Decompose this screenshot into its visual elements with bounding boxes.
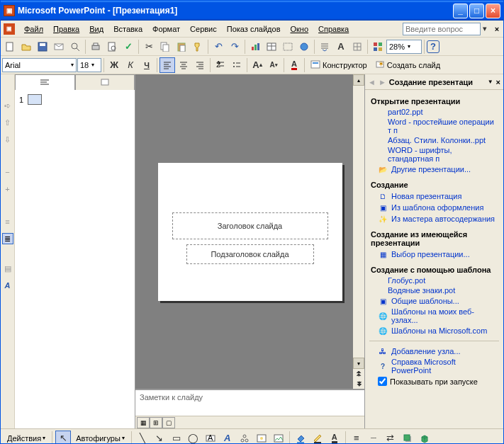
create-wizard[interactable]: ✨Из мастера автосодержания — [371, 213, 498, 224]
my-site-templates[interactable]: 🌐Шаблоны на моих веб-узлах... — [371, 307, 498, 325]
menu-insert[interactable]: Вставка — [108, 23, 147, 35]
diagram-tool[interactable] — [237, 431, 252, 445]
undo-button[interactable]: ↶ — [211, 39, 226, 55]
format-painter-button[interactable] — [190, 39, 206, 55]
open-more[interactable]: 📂Другие презентации... — [371, 164, 498, 175]
line-style-tool[interactable]: ≡ — [349, 431, 364, 445]
template-item[interactable]: Глобус.pot — [371, 275, 498, 285]
search-button[interactable] — [67, 39, 83, 55]
menu-file[interactable]: Файл — [19, 23, 48, 35]
wordart-tool[interactable]: A — [220, 431, 235, 445]
rail-arrow-down-icon[interactable]: ⇩ — [2, 134, 13, 145]
title-placeholder[interactable]: Заголовок слайда — [172, 212, 328, 239]
picture-tool[interactable] — [271, 431, 286, 445]
menu-help[interactable]: Справка — [313, 23, 354, 35]
menu-window[interactable]: Окно — [286, 23, 314, 35]
select-tool[interactable]: ↖ — [55, 431, 71, 445]
numbering-button[interactable]: 12 — [213, 57, 228, 73]
italic-button[interactable]: К — [123, 57, 138, 73]
existing-choose[interactable]: ▦Выбор презентации... — [371, 249, 498, 260]
prev-slide-button[interactable]: ⯭ — [353, 369, 364, 379]
help-dropdown-icon[interactable]: ▾ — [481, 24, 489, 33]
font-color-tool[interactable]: A — [327, 431, 342, 445]
menu-slideshow[interactable]: Показ слайдов — [222, 23, 286, 35]
print-button[interactable] — [88, 39, 103, 55]
align-right-button[interactable] — [192, 57, 208, 73]
minimize-button[interactable]: _ — [453, 4, 468, 18]
add-node[interactable]: 🖧Добавление узла... — [371, 346, 498, 357]
new-slide-button[interactable]: ✶Создать слайд — [371, 57, 444, 73]
redo-button[interactable]: ↷ — [227, 39, 242, 55]
chart-button[interactable] — [247, 39, 263, 55]
menu-view[interactable]: Вид — [84, 23, 108, 35]
slideshow-view-button[interactable]: ▢ — [162, 417, 175, 428]
outline-tab[interactable] — [15, 74, 75, 90]
close-button[interactable]: × — [486, 4, 500, 18]
general-templates[interactable]: ▣Общие шаблоны... — [371, 295, 498, 307]
actions-menu[interactable]: Действия▾ — [4, 431, 49, 445]
line-color-tool[interactable] — [310, 431, 325, 445]
task-forward-icon[interactable]: ► — [379, 78, 386, 86]
task-dropdown-icon[interactable]: ▼ — [488, 79, 493, 85]
arrow-tool[interactable]: ↘ — [152, 431, 167, 445]
decrease-font-button[interactable]: A▾ — [266, 57, 281, 73]
create-blank[interactable]: 🗋Новая презентация — [371, 190, 498, 202]
open-button[interactable] — [18, 39, 34, 55]
shadow-tool[interactable] — [400, 431, 415, 445]
email-button[interactable] — [51, 39, 67, 55]
spellcheck-button[interactable]: ✓ — [121, 39, 136, 55]
textbox-tool[interactable]: A — [203, 431, 218, 445]
task-back-icon[interactable]: ◄ — [368, 78, 376, 86]
font-combo[interactable]: Arial▾ — [2, 58, 77, 72]
menu-edit[interactable]: Правка — [48, 23, 84, 35]
tables-borders-button[interactable] — [280, 39, 296, 55]
hyperlink-button[interactable] — [296, 39, 312, 55]
clipart-tool[interactable] — [254, 431, 269, 445]
create-template[interactable]: ▣Из шаблона оформления — [371, 202, 498, 213]
rail-format-icon[interactable]: A — [2, 280, 13, 291]
vertical-scrollbar[interactable]: ▴ ▾ ⯭ ⯯ — [353, 74, 364, 389]
dash-style-tool[interactable]: ┈ — [366, 431, 381, 445]
zoom-combo[interactable]: 28%▾ — [386, 40, 422, 54]
open-item[interactable]: Абзац. Стили. Колонки..ppt — [371, 135, 498, 145]
outline-slide-1[interactable]: 1 — [19, 94, 130, 105]
bold-button[interactable]: Ж — [106, 57, 122, 73]
template-item[interactable]: Водяные знаки.pot — [371, 285, 498, 295]
rail-collapse-icon[interactable]: − — [2, 166, 13, 178]
paste-button[interactable] — [174, 39, 189, 55]
show-startup-check[interactable]: Показывать при запуске — [371, 375, 498, 387]
table-button[interactable] — [264, 39, 279, 55]
oval-tool[interactable]: ◯ — [186, 431, 201, 445]
cut-button[interactable]: ✂ — [141, 39, 157, 55]
document-close-button[interactable]: × — [492, 25, 502, 33]
mscom-templates[interactable]: 🌐Шаблоны на Microsoft.com — [371, 325, 498, 336]
subtitle-placeholder[interactable]: Подзаголовок слайда — [186, 244, 314, 264]
next-slide-button[interactable]: ⯯ — [353, 379, 364, 389]
document-icon[interactable]: ▣ — [4, 23, 15, 35]
3d-tool[interactable] — [417, 431, 432, 445]
sorter-view-button[interactable]: ⊞ — [150, 417, 162, 428]
new-button[interactable] — [2, 39, 18, 55]
color-button[interactable] — [370, 39, 386, 55]
rail-arrow-up-icon[interactable]: ⇧ — [2, 117, 13, 128]
show-formatting-button[interactable]: A — [333, 39, 349, 55]
ms-help[interactable]: ?Справка Microsoft PowerPoint — [371, 357, 498, 375]
help-button[interactable]: ? — [427, 40, 439, 53]
maximize-button[interactable]: □ — [469, 4, 484, 18]
slide-canvas[interactable]: Заголовок слайда Подзаголовок слайда — [158, 163, 342, 301]
scroll-down-button[interactable]: ▾ — [353, 358, 364, 369]
menu-format[interactable]: Формат — [147, 23, 185, 35]
open-item[interactable]: WORD - шрифты, стандартная п — [371, 145, 498, 164]
align-center-button[interactable] — [176, 57, 191, 73]
slides-tab[interactable] — [75, 74, 135, 90]
font-size-combo[interactable]: 18▾ — [77, 58, 101, 72]
rail-summary-icon[interactable]: ▤ — [2, 263, 13, 274]
design-button[interactable]: Конструктор — [307, 57, 371, 73]
underline-button[interactable]: Ч — [139, 57, 155, 73]
bullets-button[interactable] — [229, 57, 245, 73]
expand-button[interactable] — [317, 39, 332, 55]
rail-expand-icon[interactable]: + — [2, 183, 13, 195]
save-button[interactable] — [35, 39, 50, 55]
autoshapes-menu[interactable]: Автофигуры▾ — [72, 431, 128, 445]
rectangle-tool[interactable]: ▭ — [169, 431, 184, 445]
